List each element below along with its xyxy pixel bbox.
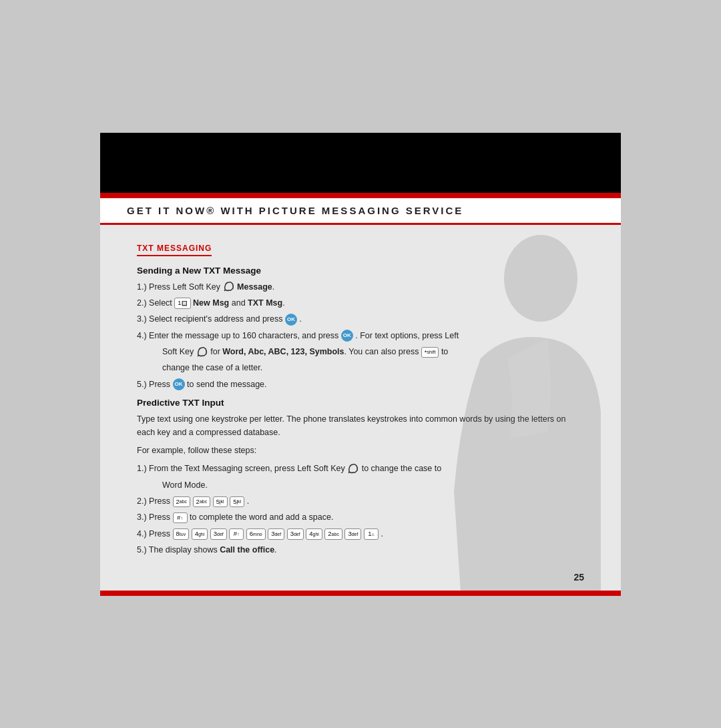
step-5: 5.) Press OK to send the message. xyxy=(137,378,584,391)
svg-line-1 xyxy=(224,290,226,291)
step-2: 2.) Select 1🔲 New Msg and TXT Msg. xyxy=(137,297,584,310)
page-title: GET IT NOW® WITH PICTURE MESSAGING SERVI… xyxy=(127,205,594,216)
pred-step-1: 1.) From the Text Messaging screen, pres… xyxy=(137,462,584,475)
key-2abc-b: 2abc xyxy=(193,496,211,507)
step-4-cont: Soft Key for Word, Abc, ABC, 123, Symbol… xyxy=(137,346,584,358)
key-3def-c: 3def xyxy=(287,528,304,539)
key-8tuv: 8tuv xyxy=(173,528,190,539)
key-4ghi-a: 4ghi xyxy=(192,528,208,539)
title-bar: GET IT NOW® WITH PICTURE MESSAGING SERVI… xyxy=(100,198,621,225)
pred-step-4: 4.) Press 8tuv 4ghi 3def #↑ 6mno 3def xyxy=(137,528,584,540)
step-num: 1.) Press Left Soft Key xyxy=(137,282,223,292)
key-3def-d: 3def xyxy=(344,528,361,539)
predictive-para1: Type text using one keystroke per letter… xyxy=(137,413,584,439)
key-2abc-c: 2abc xyxy=(324,528,342,539)
step-4-cont2: change the case of a letter. xyxy=(137,362,584,374)
key-1: 1🔲 xyxy=(174,298,190,308)
pred-step-1-cont: Word Mode. xyxy=(137,479,584,492)
txt-messaging-section: TXT MESSAGING Sending a New TXT Message … xyxy=(137,242,584,557)
soft-key-icon2 xyxy=(196,346,208,358)
key-6mno: 6mno xyxy=(246,528,266,539)
svg-line-3 xyxy=(348,472,350,473)
sending-subheading: Sending a New TXT Message xyxy=(137,266,584,276)
section-label: TXT MESSAGING xyxy=(137,244,212,256)
key-4ghi-b: 4ghi xyxy=(306,528,322,539)
red-bar-bottom xyxy=(100,591,621,596)
svg-line-2 xyxy=(198,355,199,356)
key-1sp: 1⌂ xyxy=(364,528,379,539)
red-bar-top xyxy=(100,193,621,198)
step-1: 1.) Press Left Soft Key Message. xyxy=(137,281,584,294)
ok-button-inline: OK xyxy=(285,314,297,326)
pred-step-2: 2.) Press 2abc 2abc 5jkl 5jkl . xyxy=(137,495,584,508)
predictive-subheading: Predictive TXT Input xyxy=(137,398,584,408)
key-star: *shift xyxy=(421,347,439,358)
pred-step-3: 3.) Press #↑ to complete the word and ad… xyxy=(137,511,584,524)
sending-section: Sending a New TXT Message 1.) Press Left… xyxy=(137,266,584,392)
key-hash2: #↑ xyxy=(229,528,244,539)
black-header xyxy=(100,133,621,193)
ok-button-inline3: OK xyxy=(173,378,185,390)
page-container: GET IT NOW® WITH PICTURE MESSAGING SERVI… xyxy=(100,133,621,596)
soft-key-icon xyxy=(223,280,235,292)
sending-steps: 1.) Press Left Soft Key Message. 2.) Sel… xyxy=(137,281,584,392)
predictive-section: Predictive TXT Input Type text using one… xyxy=(137,398,584,557)
key-3def-a: 3def xyxy=(210,528,227,539)
step-message-bold: Message. xyxy=(237,282,274,292)
key-3def-b: 3def xyxy=(268,528,284,539)
page-number: 25 xyxy=(573,572,584,583)
key-hash: #↑ xyxy=(173,512,188,523)
pred-step-5: 5.) The display shows Call the office. xyxy=(137,544,584,557)
step-3: 3.) Select recipient's address and press… xyxy=(137,313,584,326)
content-area: TXT MESSAGING Sending a New TXT Message … xyxy=(100,225,621,596)
key-5jkl-b: 5jkl xyxy=(230,496,244,507)
key-5jkl-a: 5jkl xyxy=(213,496,228,507)
soft-key-icon3 xyxy=(347,462,359,474)
step-4: 4.) Enter the message up to 160 characte… xyxy=(137,330,584,342)
ok-button-inline2: OK xyxy=(341,330,353,342)
key-2abc-a: 2abc xyxy=(173,496,191,507)
predictive-steps: 1.) From the Text Messaging screen, pres… xyxy=(137,462,584,557)
predictive-para2: For example, follow these steps: xyxy=(137,444,584,457)
